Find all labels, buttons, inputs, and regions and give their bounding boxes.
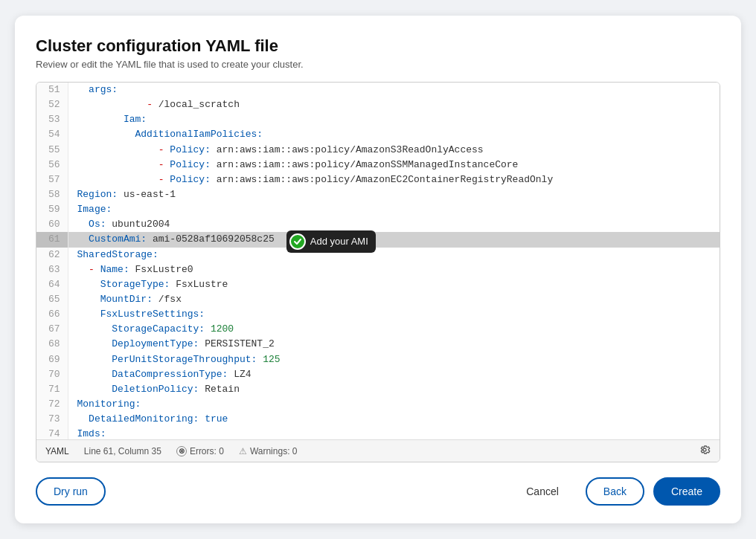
editor-warnings: ⚠ Warnings: 0 (239, 446, 298, 456)
line-number: 62 (36, 248, 68, 262)
line-number: 54 (36, 127, 68, 142)
page-title: Cluster configuration YAML file (36, 36, 720, 56)
table-row: 72Monitoring: (36, 397, 720, 412)
table-row: 60 Os: ubuntu2004 (36, 217, 720, 232)
line-content: StorageCapacity: 1200 (68, 322, 720, 337)
ami-tooltip: Add your AMI (286, 230, 376, 253)
line-number: 63 (36, 262, 68, 277)
warning-icon: ⚠ (239, 446, 247, 456)
settings-icon[interactable] (699, 444, 711, 458)
line-content: Image: (68, 202, 720, 217)
table-row: 56 - Policy: arn:aws:iam::aws:policy/Ama… (36, 158, 720, 172)
line-number: 69 (36, 352, 68, 367)
table-row: 74Imds: (36, 427, 720, 439)
line-number: 66 (36, 307, 68, 322)
footer-left: Dry run (36, 477, 106, 506)
table-row: 68 DeploymentType: PERSISTENT_2 (36, 337, 720, 352)
line-content: AdditionalIamPolicies: (68, 127, 720, 142)
line-number: 74 (36, 427, 68, 439)
yaml-editor[interactable]: 51 args:52 - /local_scratch53 Iam:54 Add… (36, 82, 720, 462)
line-number: 68 (36, 337, 68, 352)
line-number: 61 (36, 232, 68, 247)
page-subtitle: Review or edit the YAML file that is use… (36, 59, 720, 70)
line-content: - /local_scratch (68, 97, 720, 112)
footer-right: Cancel Back Create (508, 477, 720, 506)
line-content: args: (68, 83, 720, 97)
table-row: 57 - Policy: arn:aws:iam::aws:policy/Ama… (36, 172, 720, 187)
line-content: - Policy: arn:aws:iam::aws:policy/Amazon… (68, 158, 720, 172)
line-number: 60 (36, 217, 68, 232)
cancel-button[interactable]: Cancel (508, 477, 577, 506)
line-content: FsxLustreSettings: (68, 307, 720, 322)
line-content: DeletionPolicy: Retain (68, 382, 720, 397)
line-content: SharedStorage: (68, 248, 720, 262)
line-number: 59 (36, 202, 68, 217)
line-number: 72 (36, 397, 68, 412)
line-content: Imds: (68, 427, 720, 439)
line-number: 52 (36, 97, 68, 112)
line-content: PerUnitStorageThroughput: 125 (68, 352, 720, 367)
error-icon: ⊗ (176, 446, 187, 456)
table-row: 55 - Policy: arn:aws:iam::aws:policy/Ama… (36, 143, 720, 158)
back-button[interactable]: Back (586, 477, 644, 506)
table-row: 52 - /local_scratch (36, 97, 720, 112)
table-row: 64 StorageType: FsxLustre (36, 277, 720, 292)
editor-errors: ⊗ Errors: 0 (176, 446, 224, 456)
line-content: Iam: (68, 112, 720, 127)
table-row: 59Image: (36, 202, 720, 217)
line-number: 53 (36, 112, 68, 127)
table-row: 63 - Name: FsxLustre0 (36, 262, 720, 277)
table-row: 58Region: us-east-1 (36, 187, 720, 202)
table-row: 61 CustomAmi: ami-0528af10692058c25Add y… (36, 232, 720, 247)
line-content: DeploymentType: PERSISTENT_2 (68, 337, 720, 352)
editor-position: Line 61, Column 35 (84, 446, 161, 456)
line-number: 58 (36, 187, 68, 202)
table-row: 71 DeletionPolicy: Retain (36, 382, 720, 397)
table-row: 54 AdditionalIamPolicies: (36, 127, 720, 142)
line-number: 71 (36, 382, 68, 397)
footer: Dry run Cancel Back Create (36, 477, 720, 506)
line-content: CustomAmi: ami-0528af10692058c25Add your… (68, 232, 720, 247)
line-content: - Policy: arn:aws:iam::aws:policy/Amazon… (68, 143, 720, 158)
line-number: 70 (36, 367, 68, 382)
editor-scroll-area[interactable]: 51 args:52 - /local_scratch53 Iam:54 Add… (36, 83, 720, 439)
cluster-config-card: Cluster configuration YAML file Review o… (15, 16, 741, 523)
line-content: - Name: FsxLustre0 (68, 262, 720, 277)
table-row: 70 DataCompressionType: LZ4 (36, 367, 720, 382)
line-number: 55 (36, 143, 68, 158)
line-content: - Policy: arn:aws:iam::aws:policy/Amazon… (68, 172, 720, 187)
create-button[interactable]: Create (653, 477, 720, 506)
table-row: 51 args: (36, 83, 720, 97)
line-number: 67 (36, 322, 68, 337)
table-row: 67 StorageCapacity: 1200 (36, 322, 720, 337)
line-content: Os: ubuntu2004 (68, 217, 720, 232)
line-number: 57 (36, 172, 68, 187)
line-number: 64 (36, 277, 68, 292)
table-row: 69 PerUnitStorageThroughput: 125 (36, 352, 720, 367)
line-content: Region: us-east-1 (68, 187, 720, 202)
table-row: 73 DetailedMonitoring: true (36, 412, 720, 427)
table-row: 66 FsxLustreSettings: (36, 307, 720, 322)
line-number: 51 (36, 83, 68, 97)
line-content: MountDir: /fsx (68, 292, 720, 307)
line-content: Monitoring: (68, 397, 720, 412)
table-row: 62SharedStorage: (36, 248, 720, 262)
code-table: 51 args:52 - /local_scratch53 Iam:54 Add… (36, 83, 720, 439)
dry-run-button[interactable]: Dry run (36, 477, 106, 506)
line-number: 73 (36, 412, 68, 427)
editor-status-bar: YAML Line 61, Column 35 ⊗ Errors: 0 ⚠ Wa… (36, 439, 720, 462)
line-number: 65 (36, 292, 68, 307)
line-number: 56 (36, 158, 68, 172)
line-content: StorageType: FsxLustre (68, 277, 720, 292)
tooltip-label: Add your AMI (310, 234, 368, 249)
editor-language: YAML (45, 446, 69, 456)
table-row: 53 Iam: (36, 112, 720, 127)
table-row: 65 MountDir: /fsx (36, 292, 720, 307)
line-content: DetailedMonitoring: true (68, 412, 720, 427)
line-content: DataCompressionType: LZ4 (68, 367, 720, 382)
